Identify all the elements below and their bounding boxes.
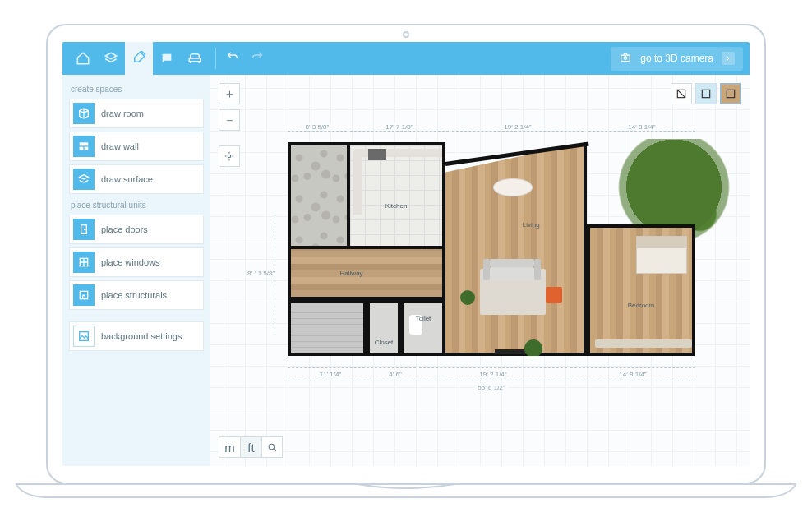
surface-icon: [73, 169, 95, 190]
tool-place-doors[interactable]: place doors: [69, 215, 204, 244]
svg-point-1: [625, 56, 628, 59]
room-living[interactable]: Living: [445, 142, 587, 356]
unit-meters-button[interactable]: m: [219, 436, 240, 458]
room-label: Living: [523, 220, 540, 228]
room-closet[interactable]: Closet: [367, 300, 401, 356]
room-label: Toilet: [416, 315, 431, 322]
tool-label: place windows: [101, 257, 160, 267]
dim-left-1: 8' 11 5/8": [247, 270, 275, 277]
svg-rect-0: [621, 55, 630, 62]
undo-button[interactable]: [226, 50, 239, 67]
room-label: Closet: [375, 338, 394, 345]
toolbar-divider: [215, 48, 216, 69]
floorplan-canvas[interactable]: ＋ －: [210, 75, 750, 466]
svg-rect-13: [727, 90, 734, 97]
dim-top-3: 19' 2 1/4": [501, 123, 533, 131]
tool-background-settings[interactable]: background settings: [69, 321, 204, 351]
go-to-3d-button[interactable]: go to 3D camera: [611, 47, 743, 71]
svg-rect-2: [80, 142, 89, 145]
svg-rect-9: [80, 332, 89, 341]
view-mode-group: [671, 83, 741, 104]
unit-ft-label: ft: [247, 441, 254, 455]
wall-icon: [73, 136, 95, 157]
search-button[interactable]: [261, 436, 283, 458]
tool-label: draw room: [101, 109, 144, 118]
tab-furniture[interactable]: [181, 42, 209, 75]
svg-point-10: [228, 155, 231, 158]
zoom-control-group: ＋ －: [219, 83, 240, 167]
dim-top-2: 17' 7 1/8": [383, 123, 415, 131]
build-sidebar: create spaces draw room draw wall: [62, 75, 210, 466]
tab-build[interactable]: [125, 42, 153, 75]
dim-bot-3: 19' 2 1/4": [477, 371, 509, 378]
tool-label: draw surface: [101, 174, 153, 184]
room-label: Hallway: [340, 270, 363, 277]
cube-icon: [73, 103, 95, 124]
zoom-in-button[interactable]: ＋: [219, 83, 240, 104]
fireplace-icon: [73, 284, 95, 306]
svg-rect-3: [80, 147, 84, 150]
zoom-out-button[interactable]: －: [219, 109, 240, 131]
section-structural-label: place structural units: [69, 197, 204, 211]
svg-point-14: [269, 444, 275, 450]
dim-top-1: 8' 3 5/8": [303, 123, 332, 131]
redo-button[interactable]: [251, 50, 264, 67]
top-toolbar: go to 3D camera: [62, 42, 750, 75]
camera-icon: [619, 52, 632, 66]
unit-m-label: m: [224, 441, 235, 455]
room-stairs[interactable]: [288, 300, 367, 356]
tool-label: place doors: [101, 224, 148, 234]
view-mode-wireframe[interactable]: [671, 83, 692, 104]
svg-point-6: [85, 229, 85, 229]
unit-feet-button[interactable]: ft: [240, 436, 261, 458]
unit-control-group: m ft: [219, 436, 283, 458]
laptop-base: [15, 483, 797, 501]
room-toilet[interactable]: Toilet: [401, 300, 445, 356]
tab-home[interactable]: [69, 42, 97, 75]
laptop-frame: go to 3D camera create spaces draw room: [46, 24, 766, 484]
room-label: Kitchen: [385, 202, 408, 210]
tool-label: draw wall: [101, 141, 139, 151]
app-screen: go to 3D camera create spaces draw room: [62, 42, 750, 466]
chevron-right-icon: [722, 52, 735, 65]
tool-label: place structurals: [101, 290, 167, 300]
dim-bot-total: 55' 6 1/2": [475, 384, 507, 391]
background-icon: [73, 326, 95, 347]
tool-place-windows[interactable]: place windows: [69, 247, 204, 277]
tool-place-structurals[interactable]: place structurals: [69, 280, 204, 310]
view-mode-flat[interactable]: [695, 83, 717, 104]
tool-draw-room[interactable]: draw room: [69, 99, 204, 128]
tool-draw-surface[interactable]: draw surface: [69, 164, 204, 194]
door-icon: [73, 219, 95, 240]
tool-label: background settings: [101, 331, 182, 341]
room-kitchen[interactable]: Kitchen: [347, 142, 445, 249]
view-mode-textured[interactable]: [720, 83, 741, 104]
dim-bot-1: 11' 1/4": [317, 371, 344, 378]
tab-info[interactable]: [153, 42, 181, 75]
tab-layers[interactable]: [97, 42, 125, 75]
laptop-camera-icon: [403, 31, 409, 38]
svg-rect-4: [85, 147, 89, 150]
window-icon: [73, 252, 95, 273]
go-to-3d-label: go to 3D camera: [640, 53, 713, 64]
section-create-spaces-label: create spaces: [69, 81, 204, 95]
room-hallway[interactable]: Hallway: [288, 249, 445, 300]
floorplan: 8' 3 5/8" 17' 7 1/8" 19' 2 1/4" 14' 8 1/…: [268, 121, 733, 420]
svg-rect-12: [702, 90, 709, 97]
room-bedroom[interactable]: Bedroom: [587, 224, 695, 356]
recenter-button[interactable]: [219, 145, 240, 167]
dim-top-4: 14' 8 1/4": [625, 123, 657, 131]
dim-bot-2: 4' 6": [386, 371, 404, 378]
tool-draw-wall[interactable]: draw wall: [69, 132, 204, 161]
room-label: Bedroom: [628, 302, 654, 309]
dim-bot-4: 14' 8 1/4": [616, 371, 648, 378]
surface-patio[interactable]: [288, 142, 347, 249]
